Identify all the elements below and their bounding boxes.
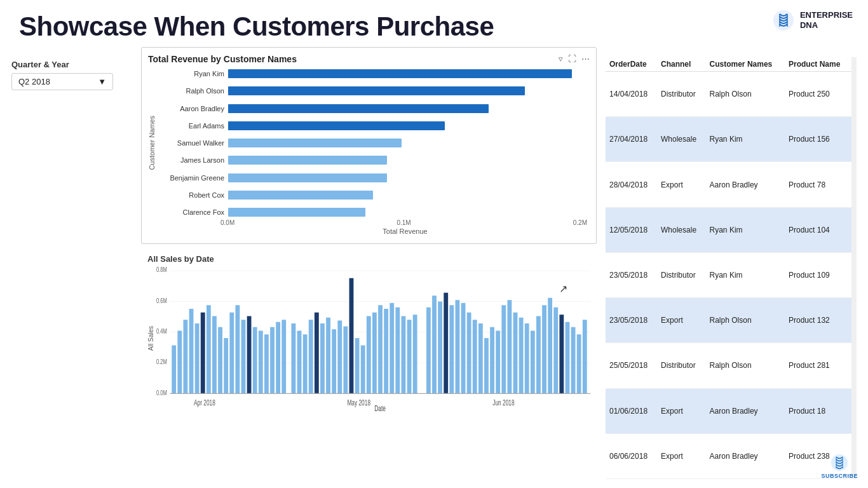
svg-rect-44 <box>355 338 360 393</box>
area-chart-svg: 0.8M 0.6M 0.4M 0.2M 0.0M <box>156 265 590 411</box>
filter-select[interactable]: Q2 2018 ▼ <box>11 73 113 90</box>
table-row: Ralph Olson <box>158 84 590 98</box>
bar-fill <box>228 156 387 165</box>
col-channel: Channel <box>657 57 706 72</box>
area-chart-inner: All Sales 0.8M 0.6M 0.4M 0.2M 0.0M <box>147 265 590 411</box>
svg-rect-41 <box>337 320 342 393</box>
svg-rect-58 <box>444 293 448 394</box>
svg-rect-74 <box>536 316 541 394</box>
chevron-down-icon: ▼ <box>98 77 106 86</box>
svg-text:May 2018: May 2018 <box>347 398 370 407</box>
bar-fill <box>228 139 402 147</box>
filter-value: Q2 2018 <box>18 77 50 86</box>
logo-text: ENTERPRISE DNA <box>800 10 853 30</box>
svg-text:0.2M: 0.2M <box>156 358 167 366</box>
svg-rect-42 <box>343 327 348 394</box>
bar-fill <box>228 173 387 182</box>
bar-fill <box>228 121 445 130</box>
svg-rect-47 <box>372 313 377 394</box>
x-axis-label: Total Revenue <box>220 227 590 235</box>
bar-y-axis-label: Customer Names <box>148 116 156 170</box>
area-y-axis-label: All Sales <box>147 326 154 351</box>
svg-rect-23 <box>229 313 234 394</box>
svg-rect-75 <box>542 305 546 393</box>
svg-rect-66 <box>490 327 494 394</box>
table-row: 23/05/2018DistributorRyan KimProduct 109 <box>606 252 851 297</box>
right-column: OrderDate Channel Customer Names Product… <box>606 47 857 479</box>
bar-label: Earl Adams <box>158 122 228 130</box>
svg-rect-30 <box>270 327 275 394</box>
svg-rect-38 <box>320 323 325 393</box>
bar-track <box>228 69 590 78</box>
svg-rect-72 <box>525 323 529 393</box>
main-content: Quarter & Year Q2 2018 ▼ Total Revenue b… <box>0 47 868 479</box>
svg-rect-19 <box>207 305 211 393</box>
svg-text:0.4M: 0.4M <box>156 327 167 335</box>
svg-rect-17 <box>195 323 200 393</box>
svg-text:0.6M: 0.6M <box>156 296 167 304</box>
table-row: Robert Cox <box>158 188 590 202</box>
bar-track <box>228 139 590 147</box>
scrollbar-area: OrderDate Channel Customer Names Product… <box>606 57 857 479</box>
bar-track <box>228 86 590 95</box>
bar-chart-inner: Ryan KimRalph OlsonAaron BradleyEarl Ada… <box>158 67 590 219</box>
x-axis-area: 0.0M0.1M0.2M Total Revenue <box>220 219 590 235</box>
bar-track <box>228 208 590 217</box>
chart-toolbar: ▿ ⛶ ⋯ <box>559 54 590 64</box>
svg-rect-51 <box>395 308 400 394</box>
logo: ENTERPRISE DNA <box>772 9 853 32</box>
table-row: 25/05/2018DistributorRalph OlsonProduct … <box>606 343 851 388</box>
svg-rect-48 <box>378 305 383 393</box>
svg-rect-64 <box>478 323 483 393</box>
svg-rect-32 <box>281 320 286 393</box>
svg-rect-70 <box>513 313 518 394</box>
bar-label: Samuel Walker <box>158 139 228 147</box>
area-chart-panel: All Sales by Date All Sales 0.8M 0.6M 0.… <box>141 249 597 479</box>
svg-rect-77 <box>553 308 558 394</box>
data-table: OrderDate Channel Customer Names Product… <box>606 57 851 479</box>
svg-text:Date: Date <box>374 403 386 411</box>
svg-text:Jun 2018: Jun 2018 <box>492 398 514 407</box>
table-row: 12/05/2018WholesaleRyan KimProduct 104 <box>606 207 851 252</box>
x-tick: 0.0M <box>220 219 234 226</box>
expand-icon[interactable]: ⛶ <box>568 54 576 64</box>
filter-icon[interactable]: ▿ <box>559 54 563 64</box>
svg-rect-76 <box>548 298 552 394</box>
bar-chart-title: Total Revenue by Customer Names <box>148 54 590 64</box>
table-row: Ryan Kim <box>158 67 590 81</box>
subscribe-dna-icon <box>831 454 848 471</box>
svg-rect-81 <box>577 334 581 393</box>
bar-track <box>228 173 590 182</box>
bar-track <box>228 121 590 130</box>
table-header-row: OrderDate Channel Customer Names Product… <box>606 57 851 72</box>
svg-rect-60 <box>456 300 460 393</box>
svg-rect-55 <box>426 308 431 394</box>
bar-label: Robert Cox <box>158 191 228 199</box>
filter-label: Quarter & Year <box>11 60 132 69</box>
table-row: 14/04/2018DistributorRalph OlsonProduct … <box>606 72 851 117</box>
subscribe-badge[interactable]: SUBSCRIBE <box>821 454 858 479</box>
svg-rect-45 <box>361 346 365 394</box>
left-column: Quarter & Year Q2 2018 ▼ <box>11 47 132 479</box>
svg-rect-56 <box>432 295 437 393</box>
table-row: James Larson <box>158 153 590 167</box>
svg-rect-33 <box>291 323 295 393</box>
table-row: Clarence Fox <box>158 205 590 219</box>
more-icon[interactable]: ⋯ <box>581 54 590 64</box>
table-row: 01/06/2018ExportAaron BradleyProduct 18 <box>606 388 851 433</box>
svg-rect-31 <box>276 322 280 394</box>
table-row: Samuel Walker <box>158 136 590 150</box>
bar-track <box>228 104 590 113</box>
svg-rect-57 <box>438 302 442 394</box>
bar-fill <box>228 208 365 217</box>
table-row: 23/05/2018ExportRalph OlsonProduct 132 <box>606 298 851 343</box>
svg-rect-24 <box>235 305 240 393</box>
svg-rect-20 <box>212 316 217 394</box>
x-axis-ticks: 0.0M0.1M0.2M <box>220 219 590 226</box>
svg-rect-78 <box>559 315 564 393</box>
svg-rect-59 <box>449 305 454 393</box>
bar-fill <box>228 86 525 95</box>
svg-rect-54 <box>413 315 417 393</box>
table-row: Benjamin Greene <box>158 171 590 185</box>
svg-rect-21 <box>218 327 222 394</box>
